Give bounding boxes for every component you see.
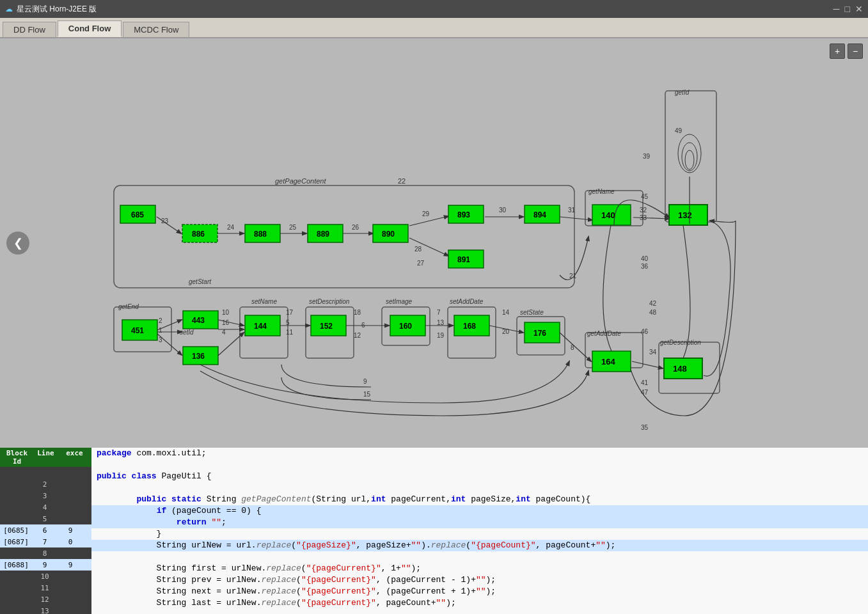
svg-text:18: 18 bbox=[354, 309, 361, 316]
code-text-line-2 bbox=[91, 459, 868, 471]
code-text-line-12: String prev = urlNew.replace("{pageCurre… bbox=[91, 574, 868, 586]
code-line-6: [0685] 6 9 bbox=[0, 524, 91, 536]
svg-text:9: 9 bbox=[363, 378, 367, 385]
svg-text:13: 13 bbox=[437, 319, 445, 326]
svg-text:23: 23 bbox=[161, 217, 169, 224]
svg-text:5: 5 bbox=[286, 319, 290, 326]
svg-text:14: 14 bbox=[502, 309, 510, 316]
svg-text:4: 4 bbox=[222, 329, 226, 336]
svg-point-49 bbox=[682, 143, 697, 171]
svg-text:685: 685 bbox=[131, 210, 144, 219]
svg-text:getPageContent: getPageContent bbox=[275, 177, 326, 185]
zoom-in-button[interactable]: + bbox=[830, 43, 845, 59]
svg-text:893: 893 bbox=[457, 210, 470, 219]
maximize-button[interactable]: □ bbox=[845, 4, 850, 14]
svg-text:setAddDate: setAddDate bbox=[450, 298, 484, 305]
svg-text:setDescription: setDescription bbox=[309, 298, 350, 305]
svg-text:21: 21 bbox=[569, 272, 577, 279]
svg-text:17: 17 bbox=[286, 309, 294, 316]
svg-text:164: 164 bbox=[601, 357, 615, 366]
app-icon: ☁ bbox=[5, 4, 13, 13]
svg-text:getEnd: getEnd bbox=[118, 303, 139, 310]
svg-rect-8 bbox=[665, 91, 716, 222]
code-text-line-7: return ""; bbox=[91, 517, 868, 528]
svg-text:40: 40 bbox=[641, 255, 649, 262]
code-line-2: 2 bbox=[0, 478, 91, 490]
zoom-out-button[interactable]: − bbox=[848, 43, 863, 59]
zoom-controls[interactable]: + − bbox=[830, 43, 863, 59]
svg-text:46: 46 bbox=[641, 328, 649, 335]
tab-dd-flow[interactable]: DD Flow bbox=[3, 22, 56, 37]
code-line-10: 10 bbox=[0, 571, 91, 582]
code-line-9: [0688] 9 9 bbox=[0, 559, 91, 571]
close-button[interactable]: ✕ bbox=[855, 4, 863, 14]
svg-line-40 bbox=[560, 217, 592, 220]
svg-text:886: 886 bbox=[192, 230, 205, 239]
svg-text:28: 28 bbox=[414, 246, 422, 253]
svg-text:45: 45 bbox=[641, 193, 649, 200]
svg-text:15: 15 bbox=[363, 391, 371, 398]
tab-mcdc-flow[interactable]: MCDC Flow bbox=[123, 22, 189, 37]
svg-text:26: 26 bbox=[352, 224, 359, 231]
code-text-line-6: if (pageCount == 0) { bbox=[91, 505, 868, 517]
flow-svg: getPageContent 22 getStart setName setDe… bbox=[0, 38, 868, 448]
svg-text:25: 25 bbox=[289, 224, 297, 231]
svg-text:168: 168 bbox=[463, 322, 476, 331]
svg-text:42: 42 bbox=[649, 300, 657, 307]
code-content[interactable]: package com.moxi.util; public class Page… bbox=[91, 448, 868, 614]
svg-text:48: 48 bbox=[649, 309, 657, 316]
svg-text:getAddDate: getAddDate bbox=[587, 330, 621, 337]
svg-text:33: 33 bbox=[640, 214, 647, 221]
code-line-12: 12 bbox=[0, 594, 91, 605]
tabbar: DD Flow Cond Flow MCDC Flow bbox=[0, 18, 868, 38]
svg-text:144: 144 bbox=[254, 322, 267, 331]
svg-text:setId: setId bbox=[180, 329, 194, 336]
svg-text:136: 136 bbox=[192, 352, 205, 361]
code-line-11: 11 bbox=[0, 582, 91, 594]
exec-header: exce bbox=[60, 449, 89, 466]
code-text-line-5: public static String getPageContent(Stri… bbox=[91, 494, 868, 505]
svg-text:451: 451 bbox=[131, 326, 144, 335]
svg-text:176: 176 bbox=[533, 329, 546, 338]
window-controls[interactable]: ─ □ ✕ bbox=[833, 4, 863, 14]
svg-text:35: 35 bbox=[641, 424, 649, 431]
svg-text:10: 10 bbox=[222, 309, 230, 316]
svg-text:148: 148 bbox=[673, 364, 687, 374]
code-sidebar-header: Block Id Line exce bbox=[0, 448, 91, 467]
svg-point-48 bbox=[678, 134, 701, 173]
svg-text:890: 890 bbox=[382, 230, 395, 239]
svg-text:12: 12 bbox=[354, 332, 361, 339]
code-text-line-13: String next = urlNew.replace("{pageCurre… bbox=[91, 586, 868, 597]
svg-text:31: 31 bbox=[568, 207, 576, 214]
svg-text:160: 160 bbox=[399, 322, 412, 331]
code-text-line-4 bbox=[91, 482, 868, 494]
minimize-button[interactable]: ─ bbox=[833, 4, 840, 14]
svg-text:29: 29 bbox=[422, 210, 430, 217]
svg-text:140: 140 bbox=[601, 210, 615, 220]
svg-text:36: 36 bbox=[641, 263, 649, 270]
svg-text:getStart: getStart bbox=[189, 278, 212, 285]
svg-text:27: 27 bbox=[417, 260, 425, 267]
svg-text:888: 888 bbox=[254, 230, 267, 239]
code-panel: Block Id Line exce 2 3 4 5 bbox=[0, 448, 868, 614]
svg-text:16: 16 bbox=[222, 319, 230, 326]
code-text-line-14: String last = urlNew.replace("{pageCurre… bbox=[91, 597, 868, 609]
svg-text:setImage: setImage bbox=[386, 298, 413, 305]
titlebar: ☁ 星云测试 Horn-J2EE 版 ─ □ ✕ bbox=[0, 0, 868, 18]
nav-back-button[interactable]: ❮ bbox=[6, 232, 29, 255]
svg-text:setName: setName bbox=[251, 298, 277, 305]
code-sidebar: Block Id Line exce 2 3 4 5 bbox=[0, 448, 91, 614]
svg-point-50 bbox=[685, 150, 694, 169]
svg-line-25 bbox=[157, 217, 181, 233]
svg-text:getDescription: getDescription bbox=[660, 339, 701, 346]
tab-cond-flow[interactable]: Cond Flow bbox=[58, 20, 122, 37]
svg-text:32: 32 bbox=[640, 207, 647, 214]
svg-line-42 bbox=[633, 217, 669, 219]
svg-text:49: 49 bbox=[675, 127, 683, 134]
code-line-4: 4 bbox=[0, 501, 91, 513]
code-line-8: 8 bbox=[0, 547, 91, 559]
code-text-line-10 bbox=[91, 551, 868, 563]
svg-text:24: 24 bbox=[227, 224, 235, 231]
code-text-line-1: package com.moxi.util; bbox=[91, 448, 868, 459]
code-line-1 bbox=[0, 467, 91, 478]
